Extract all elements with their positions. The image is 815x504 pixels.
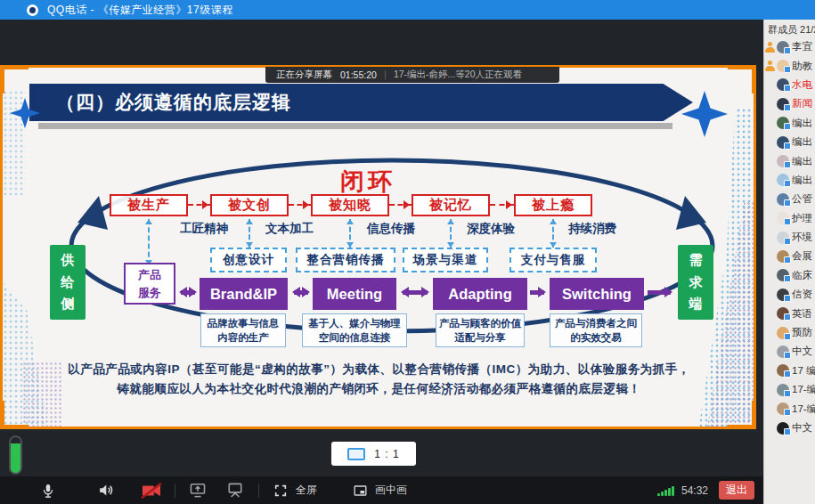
avatar — [777, 422, 789, 435]
members-header: 群成员 21/21 — [764, 20, 815, 37]
member-row[interactable]: 公管 — [764, 190, 815, 208]
phase-box: Adapting — [433, 278, 527, 310]
members-sidebar: 群成员 21/21 李宜 助教 水电 新闻 编出 编出 编 — [763, 20, 815, 504]
process-box: 支付与售服 — [509, 248, 597, 272]
avatar — [777, 269, 789, 281]
member-row[interactable]: 李宜 — [764, 37, 815, 56]
double-arrow — [294, 290, 308, 295]
avatar — [777, 212, 789, 224]
stage-box: 被上瘾 — [514, 194, 592, 216]
double-arrow — [181, 290, 195, 295]
member-name: 中文 — [792, 421, 812, 435]
right-arrow — [530, 290, 544, 295]
call-timer: 54:32 — [681, 484, 708, 497]
member-row[interactable]: 新闻 — [764, 94, 815, 113]
member-row[interactable]: 17 编 — [764, 362, 815, 380]
blue-dashed-connector — [552, 219, 554, 248]
member-row[interactable]: 英语 — [764, 304, 815, 322]
mic-volume-meter — [9, 435, 22, 475]
avatar — [777, 384, 789, 396]
member-row[interactable]: 会展 — [764, 247, 815, 265]
red-dashed-arrow — [289, 204, 311, 206]
process-box: 场景与渠道 — [403, 248, 488, 272]
toolbar-divider — [258, 484, 259, 498]
avatar — [777, 289, 789, 301]
star-icon — [10, 98, 40, 128]
description-box: 产品与顾客的价值适配与分享 — [436, 313, 525, 347]
member-row[interactable]: 17-编 — [764, 380, 815, 399]
description-box: 品牌故事与信息内容的生产 — [200, 313, 286, 347]
craft-label: 文本加工 — [254, 221, 325, 235]
avatar — [777, 327, 789, 339]
avatar — [777, 364, 789, 377]
loop-label: 闭环 — [297, 166, 439, 198]
exit-button[interactable]: 退出 — [719, 481, 754, 500]
shared-screen-region: （四）必须遵循的底层逻辑 闭环 被生产 被文创 被知晓 被记忆 被上瘾 — [0, 65, 756, 429]
microphone-icon[interactable] — [37, 480, 59, 501]
member-row[interactable]: 护理 — [764, 209, 815, 228]
avatar — [777, 98, 789, 110]
avatar — [777, 41, 789, 53]
monitor-icon — [347, 448, 365, 460]
member-row[interactable]: 水电 — [764, 76, 815, 94]
slide-footer-line1: 以产品产品或内容IP（甚至可能是“虚构的故事”）为载体、以整合营销传播（IMC）… — [3, 362, 754, 378]
blue-dashed-connector — [450, 219, 452, 248]
slide-footer-line2: 铸就能顺应以人为本社交化时代浪潮的产销闭环，是任何经济活动都必须严格遵循的底层逻… — [3, 381, 754, 397]
sharing-duration: 01:55:20 — [340, 69, 377, 80]
fullscreen-button[interactable]: 全屏 — [270, 480, 317, 501]
fullscreen-label: 全屏 — [296, 483, 317, 498]
member-row[interactable]: 助教 — [764, 56, 815, 75]
process-box: 整合营销传播 — [296, 248, 395, 272]
description-box: 基于人、媒介与物理空间的信息连接 — [302, 313, 407, 347]
member-name: 17-编 — [792, 383, 815, 396]
sharing-status-bar: 正在分享屏幕 01:55:20 17-编出-俞婷...等20人正在观看 — [265, 67, 559, 83]
avatar — [777, 193, 789, 206]
speaker-icon[interactable] — [94, 480, 116, 501]
phase-box: Brand&IP — [200, 278, 288, 310]
phase-box: Switching — [550, 278, 644, 310]
pip-label: 画中画 — [375, 483, 407, 498]
member-name: 17-编 — [792, 402, 815, 416]
supply-side-label: 供给侧 — [60, 249, 75, 315]
red-dashed-arrow — [389, 204, 412, 206]
member-name: 新闻 — [792, 97, 812, 110]
member-row[interactable]: 中文 — [764, 342, 815, 361]
member-name: 公管 — [792, 192, 812, 206]
zoom-ratio-pill[interactable]: 1 : 1 — [331, 442, 416, 466]
window-title: QQ电话 - 《传媒产业经营》17级课程 — [47, 3, 233, 18]
member-row[interactable]: 临床 — [764, 266, 815, 285]
member-row[interactable]: 中文 — [764, 419, 815, 437]
fullscreen-icon — [270, 480, 291, 501]
avatar — [777, 232, 789, 244]
stage-box: 被知晓 — [311, 194, 389, 216]
star-icon — [681, 91, 728, 137]
member-row[interactable]: 编出 — [764, 171, 815, 190]
share-border-corner — [728, 401, 756, 429]
right-arrow — [648, 290, 671, 295]
demand-side-label: 需求端 — [688, 249, 703, 315]
member-row[interactable]: 环境 — [764, 228, 815, 247]
member-name: 水电 — [792, 78, 812, 92]
member-row[interactable]: 17-编 — [764, 399, 815, 418]
admin-person-icon — [765, 61, 775, 71]
pip-button[interactable]: 画中画 — [349, 480, 407, 501]
avatar — [777, 136, 789, 149]
member-row[interactable]: 预防 — [764, 323, 815, 342]
blue-dashed-connector — [249, 219, 250, 248]
avatar — [777, 345, 789, 358]
stage-box: 被生产 — [110, 194, 188, 216]
member-row[interactable]: 编出 — [764, 114, 815, 133]
admin-person-icon — [765, 42, 775, 53]
screen-share-icon[interactable] — [187, 480, 208, 501]
whiteboard-icon[interactable] — [224, 480, 246, 501]
member-row[interactable]: 编出 — [764, 151, 815, 170]
double-arrow — [403, 290, 428, 295]
banner-shadow — [38, 123, 672, 129]
avatar — [777, 174, 789, 186]
member-row[interactable]: 信资 — [764, 285, 815, 304]
member-name: 预防 — [792, 326, 812, 339]
sharing-status-text: 正在分享屏幕 — [276, 69, 332, 81]
member-row[interactable]: 编出 — [764, 133, 815, 151]
member-name: 会展 — [792, 249, 812, 263]
camera-off-icon[interactable] — [141, 480, 162, 501]
